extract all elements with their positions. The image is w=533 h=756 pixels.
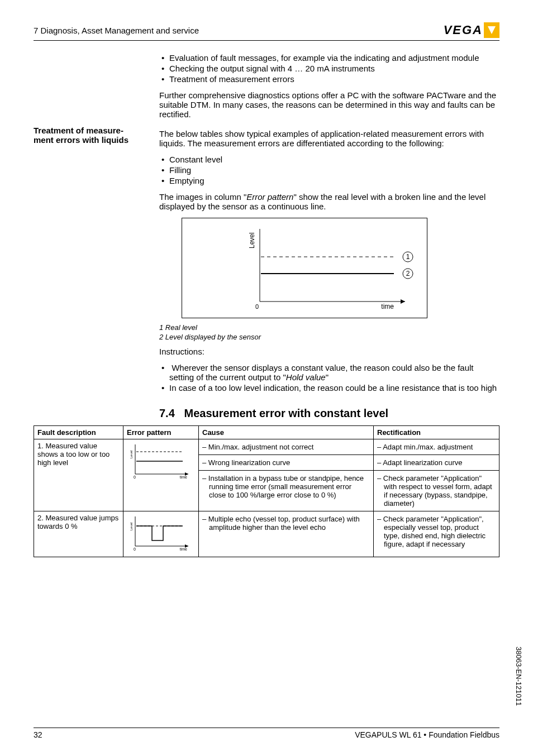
list-item: Wherever the sensor displays a constant … <box>169 363 499 382</box>
svg-text:time: time <box>180 475 187 479</box>
svg-text:Level: Level <box>130 451 133 458</box>
list-item: Emptying <box>169 176 499 185</box>
svg-text:0: 0 <box>255 303 259 310</box>
list-item: Treatment of measurement errors <box>169 74 499 84</box>
svg-text:time: time <box>180 547 187 551</box>
cell-rectification: Check parameter "Application" with respe… <box>374 471 499 511</box>
fault-table: Fault description Error pattern Cause Re… <box>34 425 499 557</box>
cell-cause: Multiple echo (vessel top, product surfa… <box>199 511 374 557</box>
vega-logo: VEGA <box>444 22 499 38</box>
page-footer: 32 VEGAPULS WL 61 • Foundation Fieldbus <box>34 728 499 739</box>
intro-bullets: Evaluation of fault messages, for exampl… <box>159 53 499 84</box>
cell-cause: Installation in a bypass tube or standpi… <box>199 471 374 511</box>
instructions-bullets: Wherever the sensor displays a constant … <box>159 363 499 393</box>
instructions-label: Instructions: <box>159 347 499 356</box>
list-item: Checking the output signal with 4 … 20 m… <box>169 64 499 73</box>
cell-description: 2. Measured value jumps towards 0 % <box>34 511 123 557</box>
document-id-vertical: 38063-EN-121011 <box>515 647 523 706</box>
svg-text:2: 2 <box>406 270 410 277</box>
col-rectification: Rectification <box>374 426 499 439</box>
header-title: 7 Diagnosis, Asset Management and servic… <box>34 26 199 35</box>
cell-cause: Wrong linearization curve <box>199 455 374 471</box>
list-item: Evaluation of fault messages, for exampl… <box>169 53 499 63</box>
intro-paragraph: Further comprehensive diagnostics option… <box>159 90 499 119</box>
col-error-pattern: Error pattern <box>123 426 199 439</box>
page-header: 7 Diagnosis, Asset Management and servic… <box>34 22 499 41</box>
col-fault-description: Fault description <box>34 426 123 439</box>
cell-rectification: Check parameter "Application", especiall… <box>374 511 499 557</box>
svg-text:Level: Level <box>130 523 133 530</box>
cell-rectification: Adapt min./max. adjustment <box>374 439 499 455</box>
cell-rectification: Adapt linearization curve <box>374 455 499 471</box>
cell-description: 1. Measured value shows a too low or too… <box>34 439 123 511</box>
footer-doc-title: VEGAPULS WL 61 • Foundation Fieldbus <box>355 730 499 739</box>
svg-text:Level: Level <box>248 232 256 248</box>
logo-text: VEGA <box>444 23 483 37</box>
level-time-diagram: Level 0 time 1 2 <box>182 218 499 320</box>
col-cause: Cause <box>199 426 374 439</box>
treatment-bullets: Constant level Filling Emptying <box>159 155 499 185</box>
list-item: Filling <box>169 165 499 175</box>
cell-error-pattern: Level 0 time <box>123 439 199 511</box>
section-heading: 7.4 Measurement error with constant leve… <box>159 407 499 420</box>
side-heading: Treatment of measure- ment errors with l… <box>34 126 154 145</box>
svg-text:time: time <box>381 303 394 310</box>
svg-text:0: 0 <box>134 475 136 479</box>
mini-chart-1: Level 0 time <box>127 442 194 481</box>
mini-chart-2: Level 0 time <box>127 514 194 553</box>
page-number: 32 <box>34 730 42 739</box>
table-header-row: Fault description Error pattern Cause Re… <box>34 426 499 439</box>
diagram-caption: 1 Real level 2 Level displayed by the se… <box>159 323 499 341</box>
logo-icon <box>484 22 499 38</box>
list-item: In case of a too low level indication, t… <box>169 383 499 393</box>
list-item: Constant level <box>169 155 499 164</box>
svg-marker-0 <box>488 26 496 34</box>
cell-cause: Min./max. adjustment not correct <box>199 439 374 455</box>
svg-text:1: 1 <box>406 253 410 261</box>
pattern-paragraph: The images in column "Error pattern" sho… <box>159 192 499 211</box>
table-row: 1. Measured value shows a too low or too… <box>34 439 499 455</box>
cell-error-pattern: Level 0 time <box>123 511 199 557</box>
treatment-paragraph: The below tables show typical examples o… <box>159 129 499 148</box>
svg-text:0: 0 <box>134 547 136 551</box>
table-row: 2. Measured value jumps towards 0 % Leve… <box>34 511 499 557</box>
